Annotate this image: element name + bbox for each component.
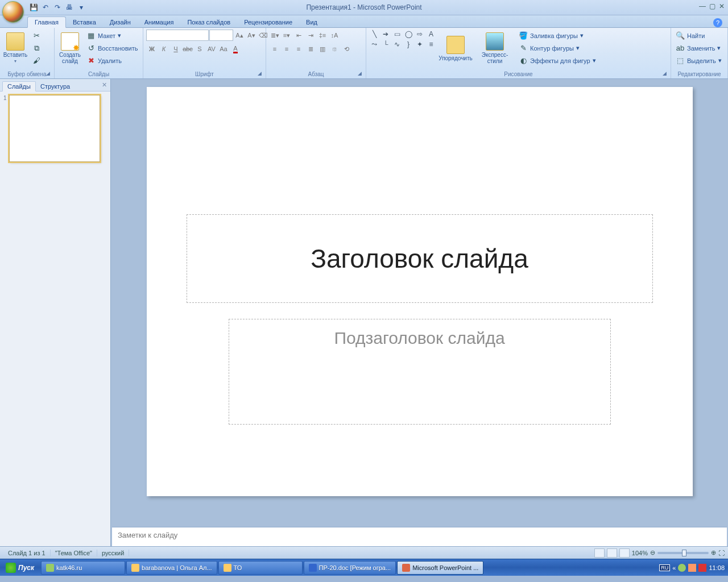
shape-rect-icon[interactable]: ▭ <box>392 30 402 39</box>
shape-arrow-icon[interactable]: ➔ <box>380 30 391 39</box>
shape-line-icon[interactable]: ╲ <box>369 30 379 39</box>
shape-textbox-icon[interactable]: A <box>426 30 436 39</box>
zoom-in-button[interactable]: ⊕ <box>711 549 716 556</box>
thumbnail-preview[interactable] <box>9 95 100 162</box>
italic-button[interactable]: К <box>158 43 169 55</box>
tray-expand-icon[interactable]: « <box>672 564 676 571</box>
grow-font-button[interactable]: A▴ <box>234 30 245 41</box>
shape-elbow-icon[interactable]: └ <box>380 40 391 49</box>
panel-close-icon[interactable]: ✕ <box>102 81 107 89</box>
redo-icon[interactable]: ↷ <box>52 2 63 13</box>
align-center-button[interactable]: ≡ <box>281 43 292 55</box>
minimize-icon[interactable]: — <box>699 2 706 10</box>
cut-button[interactable]: ✂ <box>30 30 43 41</box>
tray-icon[interactable] <box>688 564 696 572</box>
print-icon[interactable]: 🖶 <box>64 2 75 13</box>
shape-outline-button[interactable]: ✎Контур фигуры ▾ <box>517 42 598 54</box>
drawing-launcher-icon[interactable]: ◢ <box>663 70 669 77</box>
paragraph-launcher-icon[interactable]: ◢ <box>358 70 365 77</box>
shape-curve-icon[interactable]: ∿ <box>392 40 402 49</box>
numbering-button[interactable]: ≡▾ <box>281 30 292 41</box>
delete-button[interactable]: ✖Удалить <box>85 55 139 66</box>
shape-fill-button[interactable]: 🪣Заливка фигуры ▾ <box>517 30 598 41</box>
status-language[interactable]: русский <box>97 550 129 556</box>
slide-canvas[interactable]: Заголовок слайда Подзаголовок слайда <box>147 87 693 496</box>
tray-icon[interactable] <box>698 564 706 572</box>
paste-button[interactable]: Вставить ▾ <box>3 30 28 67</box>
arrange-button[interactable]: Упорядочить <box>439 30 473 67</box>
align-right-button[interactable]: ≡ <box>293 43 304 55</box>
underline-button[interactable]: Ч <box>170 43 181 55</box>
save-icon[interactable]: 💾 <box>28 2 39 13</box>
help-icon[interactable]: ? <box>713 18 722 27</box>
bold-button[interactable]: Ж <box>146 43 158 55</box>
subtitle-placeholder[interactable]: Подзаголовок слайда <box>229 319 611 425</box>
font-family-combo[interactable] <box>146 30 209 41</box>
layout-button[interactable]: ▦Макет ▾ <box>85 30 139 41</box>
columns-button[interactable]: ▥ <box>317 43 328 55</box>
quick-styles-button[interactable]: Экспресс-стили <box>475 30 515 67</box>
shape-arrowblock-icon[interactable]: ⇨ <box>415 30 425 39</box>
shape-effects-button[interactable]: ◐Эффекты для фигур ▾ <box>517 55 598 66</box>
notes-pane[interactable]: Заметки к слайду <box>112 527 727 546</box>
tab-design[interactable]: Дизайн <box>103 17 138 27</box>
line-spacing-button[interactable]: ‡≡ <box>317 30 328 41</box>
taskbar-item-browser[interactable]: katk46.ru <box>41 561 125 575</box>
shrink-font-button[interactable]: A▾ <box>246 30 257 41</box>
restore-icon[interactable]: ▢ <box>709 2 715 10</box>
shapes-gallery[interactable]: ╲ ➔ ▭ ◯ ⇨ A ⤳ └ ∿ } ✦ ≡ <box>369 30 436 49</box>
qat-more-icon[interactable]: ▾ <box>76 2 86 13</box>
shape-connector-icon[interactable]: ⤳ <box>369 40 379 49</box>
align-text-button[interactable]: ⎅ <box>329 43 340 55</box>
font-launcher-icon[interactable]: ◢ <box>258 70 264 77</box>
font-color-button[interactable]: A <box>230 43 241 55</box>
shadow-button[interactable]: S <box>194 43 205 55</box>
clipboard-launcher-icon[interactable]: ◢ <box>46 70 53 77</box>
tab-slideshow[interactable]: Показ слайдов <box>180 17 237 27</box>
shape-oval-icon[interactable]: ◯ <box>403 30 413 39</box>
taskbar-item-folder1[interactable]: barabanova | Ольга Ал... <box>126 561 217 575</box>
normal-view-button[interactable] <box>594 548 605 558</box>
thumbnail-item[interactable]: 1 <box>3 95 107 162</box>
find-button[interactable]: 🔍Найти <box>674 30 723 41</box>
replace-button[interactable]: abЗаменить ▾ <box>674 42 723 54</box>
tab-animation[interactable]: Анимация <box>138 17 181 27</box>
new-slide-button[interactable]: ✸ Создать слайд <box>57 30 82 67</box>
bullets-button[interactable]: ≣▾ <box>269 30 280 41</box>
taskbar-item-word[interactable]: ПР-20.doc [Режим огра... <box>304 561 396 575</box>
change-case-button[interactable]: Aa <box>218 43 229 55</box>
text-direction-button[interactable]: ↕A <box>329 30 340 41</box>
taskbar-item-powerpoint[interactable]: Microsoft PowerPoint ... <box>397 561 483 575</box>
tab-home[interactable]: Главная <box>27 16 66 28</box>
reset-button[interactable]: ↺Восстановить <box>85 42 139 54</box>
zoom-thumb[interactable] <box>682 550 686 556</box>
tab-review[interactable]: Рецензирование <box>237 17 299 27</box>
fit-window-button[interactable]: ⛶ <box>718 550 725 556</box>
decrease-indent-button[interactable]: ⇤ <box>293 30 304 41</box>
clock[interactable]: 11:08 <box>709 564 725 571</box>
start-button[interactable]: Пуск <box>0 560 40 576</box>
undo-icon[interactable]: ↶ <box>40 2 51 13</box>
panel-tab-outline[interactable]: Структура <box>36 82 75 91</box>
slideshow-view-button[interactable] <box>619 548 630 558</box>
select-button[interactable]: ⬚Выделить ▾ <box>674 55 723 66</box>
taskbar-item-folder2[interactable]: ТО <box>218 561 303 575</box>
increase-indent-button[interactable]: ⇥ <box>305 30 316 41</box>
copy-button[interactable]: ⧉ <box>30 42 43 54</box>
canvas-area[interactable]: Заголовок слайда Подзаголовок слайда <box>111 79 728 527</box>
zoom-level[interactable]: 104% <box>632 550 648 556</box>
zoom-slider[interactable] <box>657 552 709 554</box>
char-spacing-button[interactable]: AV <box>206 43 217 55</box>
language-indicator[interactable]: RU <box>659 564 670 571</box>
panel-tab-slides[interactable]: Слайды <box>2 81 36 92</box>
sorter-view-button[interactable] <box>607 548 617 558</box>
format-painter-button[interactable]: 🖌 <box>30 55 43 66</box>
shape-more-icon[interactable]: ≡ <box>426 40 436 49</box>
smartart-button[interactable]: ⟲ <box>341 43 352 55</box>
office-button[interactable] <box>2 1 24 23</box>
strike-button[interactable]: abc <box>182 43 193 55</box>
close-icon[interactable]: ✕ <box>719 2 725 10</box>
tab-insert[interactable]: Вставка <box>66 17 103 27</box>
tray-icon[interactable] <box>678 564 686 572</box>
title-placeholder[interactable]: Заголовок слайда <box>187 214 653 303</box>
